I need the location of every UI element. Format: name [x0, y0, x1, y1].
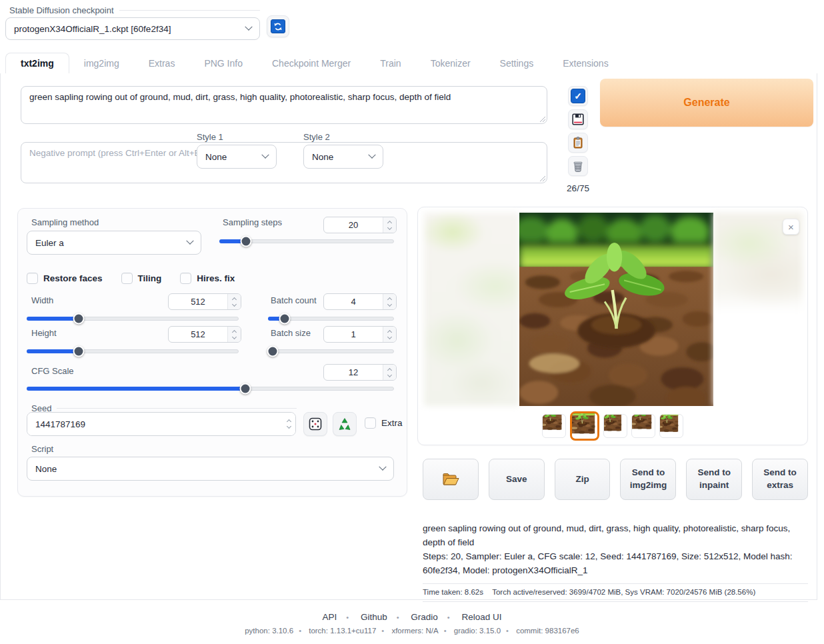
refresh-checkpoint-button[interactable]: [267, 15, 289, 37]
slider-thumb[interactable]: [73, 346, 85, 357]
negative-prompt-container: [21, 142, 547, 183]
stepper-icon[interactable]: [282, 413, 295, 435]
separator-dot: •: [506, 627, 509, 635]
sampling-method-dropdown[interactable]: Euler a: [27, 231, 201, 255]
thumbnail-1[interactable]: [542, 414, 566, 438]
stepper-icon[interactable]: [227, 294, 241, 309]
checkbox-icon: [121, 273, 133, 284]
send-to-img2img-button[interactable]: Send to img2img: [620, 459, 676, 500]
result-actions: Save Zip Send to img2img Send to inpaint…: [423, 459, 808, 500]
reload-ui-link[interactable]: Reload UI: [461, 612, 501, 622]
tab-settings[interactable]: Settings: [485, 53, 549, 73]
style1-dropdown[interactable]: None: [197, 145, 277, 169]
close-icon: ×: [788, 221, 794, 233]
separator-dot: •: [447, 613, 450, 621]
thumbnail-3[interactable]: [603, 414, 627, 438]
stepper-icon[interactable]: [227, 327, 241, 342]
gradio-link[interactable]: Gradio: [411, 612, 438, 622]
apply-style-button[interactable]: [568, 133, 588, 153]
width-input: [168, 293, 241, 310]
slider-thumb[interactable]: [239, 383, 251, 395]
legend-line: [57, 408, 297, 409]
tab-extensions[interactable]: Extensions: [548, 53, 623, 73]
save-button[interactable]: Save: [489, 459, 545, 500]
slider-thumb[interactable]: [73, 313, 85, 325]
reuse-seed-button[interactable]: [333, 412, 357, 436]
chevron-down-icon: [368, 151, 375, 159]
sampling-steps-value[interactable]: [324, 217, 383, 233]
torch-version: torch: 1.13.1+cu117: [309, 627, 376, 635]
tab-png-info[interactable]: PNG Info: [189, 53, 257, 73]
stepper-icon[interactable]: [383, 327, 396, 342]
save-style-button[interactable]: [568, 109, 588, 129]
cfg-scale-value[interactable]: [324, 365, 383, 380]
python-version: python: 3.10.6: [245, 627, 293, 635]
xformers-version: xformers: N/A: [391, 627, 438, 635]
checkpoint-dropdown[interactable]: protogenX34OfficialR_1.ckpt [60fe2f34]: [5, 17, 260, 40]
generate-button[interactable]: Generate: [600, 79, 813, 127]
slider-thumb[interactable]: [279, 313, 291, 325]
send-to-inpaint-button[interactable]: Send to inpaint: [686, 459, 742, 500]
batch-size-label: Batch size: [271, 328, 311, 338]
commit-hash: commit: 983167e6: [516, 627, 579, 635]
extra-seed-checkbox[interactable]: Extra: [365, 417, 403, 429]
batch-count-value[interactable]: [324, 294, 383, 309]
slider-thumb[interactable]: [241, 236, 252, 247]
batch-size-slider[interactable]: [268, 349, 394, 353]
txt2img-panel: green sapling rowing out of ground, mud,…: [0, 73, 817, 600]
slider-thumb[interactable]: [267, 346, 278, 357]
footer-versions: python: 3.10.6• torch: 1.13.1+cu117• xfo…: [0, 627, 824, 635]
style2-dropdown[interactable]: None: [303, 145, 383, 169]
width-slider[interactable]: [27, 317, 239, 321]
extra-label: Extra: [381, 418, 403, 428]
clear-prompt-button[interactable]: [568, 156, 588, 176]
sampling-steps-slider[interactable]: [219, 239, 394, 243]
tab-img2img[interactable]: img2img: [69, 53, 134, 73]
height-slider[interactable]: [27, 349, 239, 353]
thumbnail-2-selected[interactable]: [570, 411, 599, 441]
prompt-tools: ✓: [567, 86, 589, 193]
stepper-icon[interactable]: [383, 294, 396, 309]
negative-prompt-input[interactable]: [21, 142, 547, 183]
stepper-icon[interactable]: [383, 217, 396, 233]
footer-links: API• Github• Gradio• Reload UI: [0, 612, 824, 622]
hires-fix-checkbox[interactable]: Hires. fix: [180, 273, 235, 284]
height-value[interactable]: [169, 327, 227, 342]
tab-checkpoint-merger[interactable]: Checkpoint Merger: [257, 53, 365, 73]
api-link[interactable]: API: [323, 612, 337, 622]
gallery-next-image-blurred: [713, 213, 803, 406]
generation-settings-panel: Sampling method Euler a Sampling steps R…: [17, 208, 407, 497]
zip-button[interactable]: Zip: [555, 459, 611, 500]
height-label: Height: [31, 328, 57, 338]
paste-params-button[interactable]: ✓: [568, 86, 588, 106]
github-link[interactable]: Github: [361, 612, 387, 622]
style1-label: Style 1: [197, 132, 223, 142]
generated-image[interactable]: [519, 213, 713, 406]
tiling-checkbox[interactable]: Tiling: [121, 273, 162, 284]
tab-extras[interactable]: Extras: [134, 53, 190, 73]
batch-size-value[interactable]: [324, 327, 383, 342]
batch-count-slider[interactable]: [268, 317, 394, 321]
sampling-method-label: Sampling method: [31, 217, 99, 227]
tab-tokenizer[interactable]: Tokenizer: [416, 53, 485, 73]
seed-value[interactable]: [27, 413, 282, 435]
prompt-input[interactable]: green sapling rowing out of ground, mud,…: [21, 86, 547, 124]
close-gallery-button[interactable]: ×: [783, 219, 799, 235]
tab-train[interactable]: Train: [365, 53, 415, 73]
open-folder-button[interactable]: [423, 459, 479, 500]
send-to-extras-button[interactable]: Send to extras: [752, 459, 808, 500]
script-dropdown[interactable]: None: [27, 457, 394, 481]
floppy-disk-icon: [571, 113, 585, 126]
restore-faces-checkbox[interactable]: Restore faces: [27, 273, 103, 284]
cfg-scale-slider[interactable]: [27, 387, 394, 391]
divider: [423, 601, 808, 602]
stepper-icon[interactable]: [383, 365, 396, 380]
gradio-version: gradio: 3.15.0: [454, 627, 501, 635]
width-value[interactable]: [169, 294, 227, 309]
generation-info: green sapling rowing out of ground, mud,…: [423, 522, 808, 602]
tab-txt2img[interactable]: txt2img: [5, 53, 69, 74]
random-seed-button[interactable]: [303, 412, 327, 436]
feature-checkboxes: Restore faces Tiling Hires. fix: [27, 273, 235, 284]
thumbnail-5[interactable]: [659, 414, 683, 438]
thumbnail-4[interactable]: [631, 414, 655, 438]
